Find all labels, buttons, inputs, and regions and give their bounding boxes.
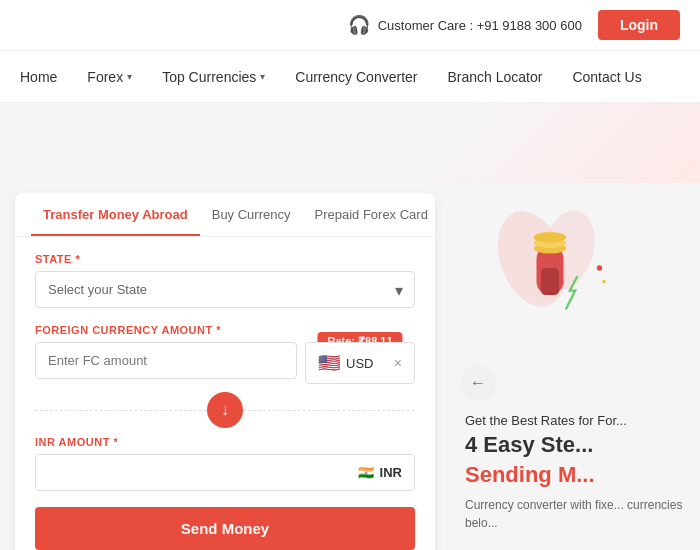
- right-panel: ← Get the Best Rates for For... 4 Easy S…: [450, 183, 700, 550]
- illustration: [460, 193, 660, 353]
- swap-row: ↓: [35, 392, 415, 428]
- nav-top-currencies[interactable]: Top Currencies ▾: [162, 69, 265, 85]
- inr-currency-label: 🇮🇳 INR: [346, 455, 414, 490]
- nav-forex[interactable]: Forex ▾: [87, 69, 132, 85]
- right-text-block: Get the Best Rates for For... 4 Easy Ste…: [460, 413, 690, 532]
- dashed-line-right: [243, 410, 415, 411]
- state-select[interactable]: Select your State Maharashtra Delhi Karn…: [35, 271, 415, 308]
- main-content: Transfer Money Abroad Buy Currency Prepa…: [0, 183, 700, 550]
- tab-transfer-money[interactable]: Transfer Money Abroad: [31, 193, 200, 236]
- nav-branch-locator[interactable]: Branch Locator: [447, 69, 542, 85]
- send-money-button[interactable]: Send Money: [35, 507, 415, 550]
- svg-point-6: [534, 232, 566, 243]
- easy-steps-title: 4 Easy Ste...: [465, 432, 685, 458]
- state-required: *: [76, 253, 81, 265]
- left-panel: Transfer Money Abroad Buy Currency Prepa…: [15, 193, 435, 550]
- svg-point-7: [597, 265, 602, 270]
- top-bar: 🎧 Customer Care : +91 9188 300 600 Login: [0, 0, 700, 51]
- sub-text: Currency converter with fixe... currenci…: [465, 496, 685, 532]
- nav-contact-us[interactable]: Contact Us: [572, 69, 641, 85]
- remove-currency-button[interactable]: ×: [394, 355, 402, 371]
- dashed-line-left: [35, 410, 207, 411]
- headset-icon: 🎧: [348, 14, 370, 36]
- fc-amount-input[interactable]: [35, 342, 297, 379]
- swap-button[interactable]: ↓: [207, 392, 243, 428]
- currency-selector[interactable]: 🇺🇸 USD ×: [305, 342, 415, 384]
- chevron-down-icon: ▾: [127, 71, 132, 82]
- hero-section: [0, 103, 700, 183]
- inr-flag-icon: 🇮🇳: [358, 465, 374, 480]
- main-nav: Home Forex ▾ Top Currencies ▾ Currency C…: [0, 51, 700, 103]
- nav-home[interactable]: Home: [20, 69, 57, 85]
- customer-care-text: Customer Care : +91 9188 300 600: [378, 18, 582, 33]
- best-rates-label: Get the Best Rates for For...: [465, 413, 685, 428]
- currency-row: Rate: ₹88.11 🇺🇸 USD ×: [35, 342, 415, 384]
- chevron-down-icon: ▾: [260, 71, 265, 82]
- nav-currency-converter[interactable]: Currency Converter: [295, 69, 417, 85]
- currency-code: USD: [346, 356, 373, 371]
- tab-buy-currency[interactable]: Buy Currency: [200, 193, 303, 236]
- usd-flag-icon: 🇺🇸: [318, 352, 340, 374]
- tab-group: Transfer Money Abroad Buy Currency Prepa…: [15, 193, 435, 237]
- customer-care: 🎧 Customer Care : +91 9188 300 600: [348, 14, 582, 36]
- inr-required: *: [113, 436, 118, 448]
- inr-amount-input[interactable]: [36, 455, 346, 490]
- svg-point-8: [602, 280, 606, 284]
- svg-rect-3: [541, 268, 559, 295]
- form-section: STATE * Select your State Maharashtra De…: [15, 237, 435, 550]
- inr-row: 🇮🇳 INR: [35, 454, 415, 491]
- inr-label: INR AMOUNT *: [35, 436, 415, 448]
- carousel-prev-button[interactable]: ←: [460, 365, 496, 401]
- fc-required: *: [216, 324, 221, 336]
- inr-currency-code: INR: [380, 465, 402, 480]
- state-select-wrapper: Select your State Maharashtra Delhi Karn…: [35, 271, 415, 308]
- state-label: STATE *: [35, 253, 415, 265]
- sending-m-label: Sending M...: [465, 462, 685, 488]
- login-button[interactable]: Login: [598, 10, 680, 40]
- tab-prepaid-forex[interactable]: Prepaid Forex Card: [302, 193, 439, 236]
